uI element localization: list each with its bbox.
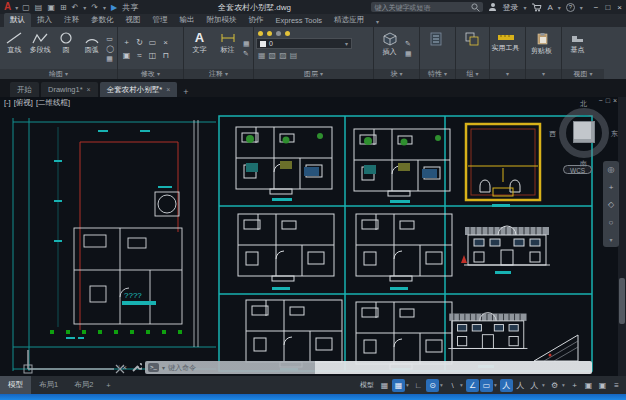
scale-dropdown-icon[interactable]: ▾ (542, 382, 547, 388)
minimize-button[interactable]: − (594, 3, 599, 12)
file-tab-start[interactable]: 开始 (10, 82, 39, 97)
maximize-button[interactable]: □ (605, 3, 610, 12)
line-tool-button[interactable]: 直线 (2, 29, 27, 68)
ribbon-tab-featured[interactable]: 精选应用 (328, 13, 370, 27)
ribbon-tab-view[interactable]: 视图 (120, 13, 147, 27)
group-button[interactable] (458, 29, 485, 68)
rotate-tool-icon[interactable]: ↻ (133, 36, 146, 49)
dwg-drawing-content[interactable]: ???? (0, 97, 626, 376)
search-input[interactable] (374, 4, 469, 11)
ribbon-tab-annotate[interactable]: 注释 (58, 13, 85, 27)
annotation-visibility-icon[interactable]: 人 (500, 379, 513, 392)
viewcube[interactable]: 北 南 东 西 (556, 105, 612, 161)
text-tool-button[interactable]: A 文字 (186, 29, 213, 68)
doc-minimize-button[interactable]: − (599, 97, 606, 104)
block-edit-icon[interactable]: ✎ (405, 40, 412, 48)
layout-tab-layout1[interactable]: 布局1 (31, 376, 66, 394)
autoscale-icon[interactable]: 人 (514, 379, 527, 392)
panel-draw-label[interactable]: 绘图 ▾ (0, 69, 117, 79)
vertical-scrollbar-thumb[interactable] (619, 278, 625, 324)
graphics-performance-icon[interactable]: ▣ (596, 379, 609, 392)
command-input-field[interactable]: >_ ▾ (145, 361, 592, 374)
ribbon-tab-output[interactable]: 输出 (174, 13, 201, 27)
layer-walk-icon[interactable]: ▤ (290, 51, 298, 60)
compass-west-label[interactable]: 西 (549, 129, 556, 139)
grid-display-icon[interactable]: ▦ (378, 379, 391, 392)
open-file-icon[interactable]: ▤ (35, 3, 43, 12)
ribbon-tab-addins[interactable]: 附加模块 (201, 13, 243, 27)
layout-tab-layout2[interactable]: 布局2 (66, 376, 101, 394)
login-link[interactable]: 登录 (502, 2, 518, 13)
viewport-view-control[interactable]: [俯视] (14, 98, 33, 107)
snap-mode-icon[interactable]: ▦ (392, 379, 405, 392)
layout-tab-model[interactable]: 模型 (0, 376, 31, 394)
layer-on-bulb-icon[interactable] (258, 31, 263, 36)
polyline-tool-button[interactable]: 多段线 (28, 29, 53, 68)
ortho-mode-icon[interactable]: ∟ (412, 379, 425, 392)
compass-east-label[interactable]: 东 (611, 129, 618, 139)
customization-menu-icon[interactable]: ≡ (610, 379, 623, 392)
help-dropdown-icon[interactable]: ▾ (580, 4, 583, 11)
move-tool-icon[interactable]: + (120, 36, 133, 49)
command-input[interactable] (168, 364, 238, 371)
close-button[interactable]: × (617, 3, 622, 12)
panel-utilities-label[interactable]: ▾ (490, 69, 525, 79)
dynamic-input-icon[interactable]: ▭ (480, 379, 493, 392)
file-tab-active-document[interactable]: 全套农村小别墅*× (100, 82, 178, 97)
insert-block-button[interactable]: 插入 (376, 29, 403, 68)
vertical-scrollbar[interactable] (618, 97, 626, 376)
mirror-tool-icon[interactable]: ≈ (133, 49, 146, 62)
navigation-bar[interactable]: ◎ + ◇ ○ ▾ (603, 161, 619, 247)
wcs-dropdown[interactable]: WCS (563, 165, 592, 174)
panel-view-label[interactable]: 视图 ▾ (562, 69, 604, 79)
print-icon[interactable]: ⊞ (60, 3, 67, 12)
app-dropdown-icon[interactable]: ▾ (558, 4, 561, 11)
doc-restore-button[interactable]: □ (606, 97, 613, 104)
array-tool-icon[interactable]: ⊓ (159, 49, 172, 62)
panel-modify-label[interactable]: 修改 ▾ (118, 69, 183, 79)
layer-lock-icon[interactable] (276, 31, 281, 36)
autodesk-app-icon[interactable]: A (547, 3, 552, 12)
stretch-tool-icon[interactable]: ▭ (146, 36, 159, 49)
workspace-dropdown-icon[interactable]: ▾ (562, 382, 567, 388)
workspace-gear-icon[interactable]: ⚙ (548, 379, 561, 392)
ribbon-options-dropdown-icon[interactable]: ▾ (370, 16, 385, 27)
close-tab-icon[interactable]: × (166, 86, 170, 93)
model-space-toggle[interactable]: 模型 (357, 379, 377, 392)
dimension-tool-button[interactable]: 标注 (214, 29, 241, 68)
compass-north-label[interactable]: 北 (580, 99, 587, 109)
layer-isolate-icon[interactable]: ▧ (269, 51, 277, 60)
paste-button[interactable]: 剪贴板 (528, 29, 555, 68)
share-plane-icon[interactable]: ▶ (111, 3, 117, 12)
new-file-icon[interactable]: ▢ (22, 3, 30, 12)
ribbon-tab-manage[interactable]: 管理 (147, 13, 174, 27)
ribbon-tab-insert[interactable]: 插入 (31, 13, 58, 27)
layer-freeze-bulb-icon[interactable] (267, 31, 272, 36)
erase-tool-icon[interactable]: × (159, 36, 172, 49)
circle-tool-button[interactable]: 圆 (54, 29, 79, 68)
panel-properties-label[interactable]: 特性 ▾ (420, 69, 455, 79)
customize-wrench-icon[interactable] (130, 362, 142, 374)
new-tab-button[interactable]: + (179, 87, 192, 97)
arc-tool-button[interactable]: 圆弧 (79, 29, 104, 68)
object-snap-icon[interactable]: ∠ (466, 379, 479, 392)
layer-color-bulb-icon[interactable] (285, 31, 290, 36)
steering-wheel-icon[interactable]: ◎ (608, 165, 615, 174)
layer-dropdown[interactable]: 0 ▾ (256, 38, 352, 49)
redo-dropdown-icon[interactable]: ▾ (103, 4, 106, 11)
draw-extra-tools[interactable]: ▭◯▦ (105, 29, 115, 68)
share-label[interactable]: 共享 (122, 2, 138, 13)
model-space-canvas[interactable]: [-] [俯视] [二维线框] −□× (0, 97, 626, 376)
isodraft-dropdown-icon[interactable]: ▾ (460, 382, 465, 388)
ribbon-tab-home[interactable]: 默认 (4, 13, 31, 27)
orbit-icon[interactable]: ○ (609, 218, 614, 227)
snap-dropdown-icon[interactable]: ▾ (406, 382, 411, 388)
zoom-icon[interactable]: ◇ (608, 200, 614, 209)
table-tool-icon[interactable]: ▦ (243, 40, 250, 48)
logo-dropdown-icon[interactable]: ▾ (15, 4, 18, 11)
app-store-cart-icon[interactable] (531, 2, 542, 12)
panel-clipboard-label[interactable]: ▾ (526, 69, 561, 79)
new-layout-button[interactable]: + (101, 381, 115, 390)
block-create-icon[interactable]: ▦ (405, 50, 412, 58)
panel-layers-label[interactable]: 图层 ▾ (254, 69, 373, 79)
